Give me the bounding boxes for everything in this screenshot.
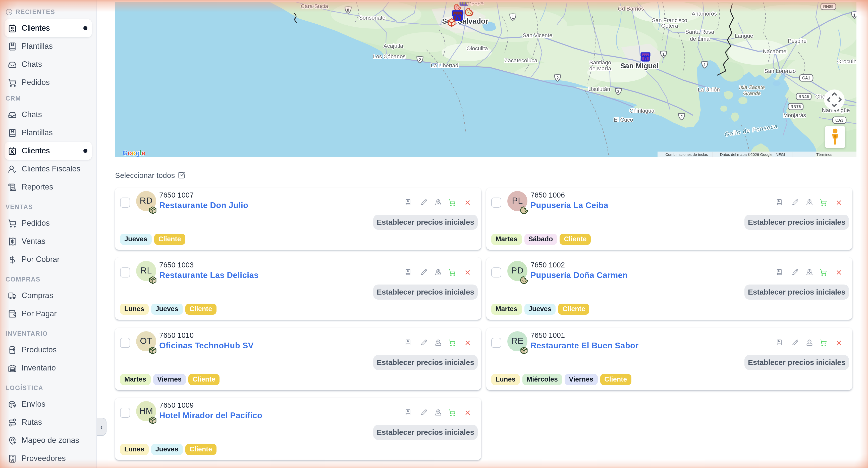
svg-text:Chirilagua: Chirilagua xyxy=(629,108,654,114)
svg-text:2: 2 xyxy=(419,58,421,62)
svg-text:2: 2 xyxy=(557,76,559,80)
svg-text:RN89: RN89 xyxy=(823,4,834,9)
svg-text:San Vicente: San Vicente xyxy=(523,32,552,38)
svg-text:1: 1 xyxy=(854,13,856,17)
svg-text:RN46: RN46 xyxy=(799,94,809,99)
svg-text:Langue: Langue xyxy=(735,33,753,39)
svg-text:2: 2 xyxy=(681,115,683,119)
svg-text:Los Cóbanos: Los Cóbanos xyxy=(373,53,406,60)
svg-text:Usulután: Usulután xyxy=(588,86,610,92)
svg-text:CA3: CA3 xyxy=(835,118,843,122)
svg-text:de María: de María xyxy=(589,65,612,71)
svg-text:Pespire: Pespire xyxy=(788,38,807,44)
svg-text:La Unión: La Unión xyxy=(698,86,720,93)
svg-text:Cara Sucia: Cara Sucia xyxy=(301,3,329,9)
svg-text:Nacaome: Nacaome xyxy=(763,48,786,55)
svg-text:Orocuina: Orocuina xyxy=(837,58,857,65)
svg-text:Santiago: Santiago xyxy=(589,59,611,66)
svg-text:de Lima: de Lima xyxy=(690,36,710,42)
svg-text:Cd Barrios: Cd Barrios xyxy=(618,5,644,12)
svg-text:Acajutla: Acajutla xyxy=(383,43,403,49)
svg-text:CA1: CA1 xyxy=(802,76,810,80)
svg-text:La Libertad: La Libertad xyxy=(431,62,458,69)
svg-text:Google: Google xyxy=(123,149,145,157)
svg-text:San Miguel: San Miguel xyxy=(620,62,658,70)
svg-text:1: 1 xyxy=(704,63,706,67)
svg-text:Combinaciones de teclas: Combinaciones de teclas xyxy=(665,152,708,156)
svg-text:Olocuilta: Olocuilta xyxy=(466,45,488,52)
svg-text:Santa Rosa: Santa Rosa xyxy=(685,29,715,35)
svg-text:RN76: RN76 xyxy=(790,105,801,109)
svg-text:San Lorenzo: San Lorenzo xyxy=(765,68,796,74)
svg-text:Datos del mapa ©2026 Google, I: Datos del mapa ©2026 Google, INEGI xyxy=(720,152,785,156)
svg-text:Apopa: Apopa xyxy=(468,2,484,5)
svg-text:El Cuco: El Cuco xyxy=(614,117,633,123)
svg-text:8: 8 xyxy=(347,8,349,12)
svg-text:Sonsonate: Sonsonate xyxy=(359,14,385,21)
svg-text:Grande: Grande xyxy=(743,90,761,96)
svg-text:2: 2 xyxy=(617,89,620,94)
svg-text:1: 1 xyxy=(512,15,514,19)
svg-text:Isla Zacate: Isla Zacate xyxy=(739,84,765,90)
svg-text:Zacatecoluca: Zacatecoluca xyxy=(504,57,538,64)
svg-text:1: 1 xyxy=(662,52,665,57)
svg-text:Gotera: Gotera xyxy=(661,23,678,29)
svg-text:Términos: Términos xyxy=(816,152,832,156)
svg-text:Monjarás: Monjarás xyxy=(783,112,806,118)
svg-text:Anamorós: Anamorós xyxy=(692,10,717,17)
